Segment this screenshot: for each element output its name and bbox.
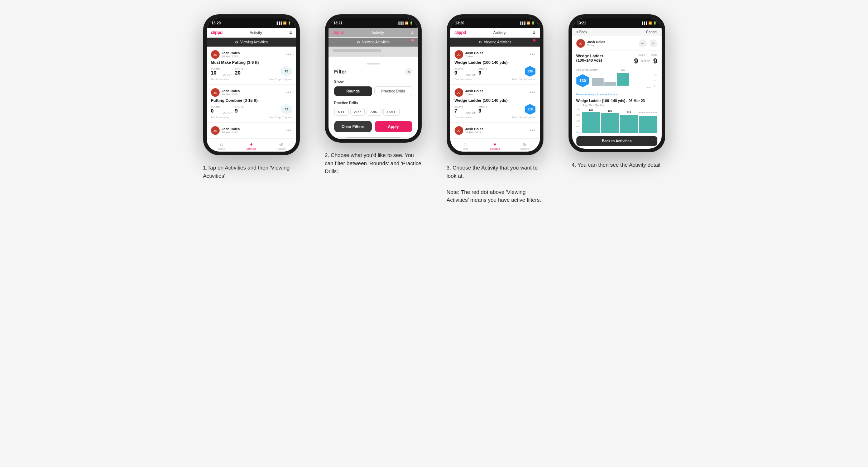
cancel-button[interactable]: Cancel [646,30,657,34]
stat-score-3-2: Score 7 [455,105,464,114]
outof-1-1: OUT OF [222,73,232,76]
activity-title-1-1: Must Make Putting (3-6 ft) [211,60,292,65]
viewing-banner-3[interactable]: ⚙ Viewing Activities [450,38,540,47]
more-dots-1-3[interactable]: ••• [286,128,292,133]
data-capture-label-1-2: Data: Clippd Capture [268,116,292,119]
back-button[interactable]: < Back [576,30,588,34]
toggle-practice-drills[interactable]: Practice Drills [374,86,412,96]
phone-frame-2: 13:21 ▐▐▐ 📶 🔋 clippd Activity ≡ ⚙ [325,14,422,143]
wifi-icon-4: 📶 [648,22,652,25]
activity-card-3-1[interactable]: JC Josh Coles Today ••• Wedge Ladder (10… [450,47,540,85]
wedge-title: Wedge Ladder (100–140 yds) [576,54,612,62]
viewing-label-1: Viewing Activities [240,40,268,44]
nav-home-1[interactable]: ⌂ Home [207,141,236,150]
avg-shot-section: Avg Shot Quality 130 130 [572,67,662,91]
detail-actions: ✏ ⤢ [639,39,657,47]
chip-ott[interactable]: OTT [334,108,349,116]
notch-2 [359,18,388,24]
filter-icon-2: ⚙ [357,40,360,44]
nav-activities-3[interactable]: ♦ Activities [480,141,510,150]
more-dots-3-3[interactable]: ••• [530,128,536,133]
card-header-3-1: JC Josh Coles Today ••• [455,50,536,59]
app-header-1: clippd Activity ≡ [207,28,296,38]
bar-1: 132 [582,112,600,134]
bar-3: 124 [620,115,638,134]
more-dots-1-2[interactable]: ••• [286,90,292,95]
apply-button[interactable]: Apply [375,121,412,132]
menu-icon-3[interactable]: ≡ [533,30,535,35]
outof-3-1: OUT OF [466,73,475,76]
avg-shot-label: Avg Shot Quality [576,68,657,71]
avatar-3-2: JC [455,88,463,97]
phone-screen-2: 13:21 ▐▐▐ 📶 🔋 clippd Activity ≡ ⚙ [329,18,418,139]
stats-row-1-1: Score 10 OUT OF Shots 20 75 [211,66,292,77]
shot-quality-badge-1-2: 45 [281,104,292,115]
activity-card-1-1[interactable]: JC Josh Coles 28 Feb 2023 ••• Must Make … [207,47,296,85]
user-name-3-2: Josh Coles [465,89,484,93]
user-date-1-2: 28 Feb 2023 [222,93,240,96]
more-dots-1-1[interactable]: ••• [286,52,292,57]
drag-handle [367,63,380,65]
test-info-label-1-2: Test Information [211,116,229,119]
nav-capture-1[interactable]: ⊕ Capture [266,141,296,150]
edit-icon[interactable]: ✏ [639,39,647,47]
user-date-4: Today [587,44,605,47]
menu-icon-1[interactable]: ≡ [289,30,292,35]
activity-card-3-2[interactable]: JC Josh Coles Today ••• Wedge Ladder (10… [450,85,540,123]
y-axis-main: 140 120 100 80 60 [576,108,580,133]
activity-title-3-2: Wedge Ladder (100-140 yds) [455,98,536,103]
detail-header: < Back Cancel [572,28,662,36]
user-info-3-2: JC Josh Coles Today [455,88,484,97]
more-dots-3-2[interactable]: ••• [530,90,536,95]
status-bar-1: 13:20 ▐▐▐ 📶 🔋 [207,18,296,28]
phone-frame-4: 13:21 ▐▐▐ 📶 🔋 < Back Cancel JC [569,14,665,152]
chip-putt[interactable]: PUTT [383,108,400,116]
status-bar-4: 13:21 ▐▐▐ 📶 🔋 [572,18,662,28]
user-name-4: Josh Coles [587,40,605,44]
page-container: 13:20 ▐▐▐ 📶 🔋 clippd Activity ≡ ⚙ [198,14,671,204]
blurred-content-2 [329,47,418,57]
menu-icon-2[interactable]: ≡ [411,30,413,35]
activity-card-1-3[interactable]: JC Josh Coles 28 Feb 2023 ••• [207,123,296,139]
score-label-1-2: Score [211,105,220,108]
nav-activities-1[interactable]: ♦ Activities [236,141,266,150]
chip-app[interactable]: APP [350,108,365,116]
more-dots-3-1[interactable]: ••• [530,52,536,57]
stat-score-3-1: Score 9 [455,67,464,76]
close-button[interactable]: ✕ [405,68,412,75]
nav-capture-3[interactable]: ⊕ Capture [510,141,539,150]
y-axis-labels: 100 50 0 [653,74,657,87]
activity-card-1-2[interactable]: JC Josh Coles 28 Feb 2023 ••• Putting Co… [207,85,296,123]
viewing-banner-1[interactable]: ⚙ Viewing Activities [207,38,296,47]
back-to-activities-button[interactable]: Back to Activities [576,136,657,146]
card-header-1-1: JC Josh Coles 28 Feb 2023 ••• [211,50,292,59]
activities-icon-1: ♦ [250,141,253,147]
viewing-label-2: Viewing Activities [362,40,390,44]
shots-label-3-2: Shots [479,105,487,108]
shots-value-1-1: 20 [235,70,244,76]
clear-filters-button[interactable]: Clear Filters [334,121,372,132]
avatar-1-3: JC [211,126,220,135]
score-section: Score Shots 9 OUT OF 9 [634,54,657,65]
wifi-icon-2: 📶 [405,22,408,25]
activity-card-3-3[interactable]: JC Josh Coles 28 Feb 2023 ••• [450,123,540,139]
filter-icon-1: ⚙ [235,40,238,44]
user-name-1-3: Josh Coles [222,127,240,131]
shot-quality-badge-1-1: 75 [281,66,292,77]
home-icon-1: ⌂ [220,141,223,147]
stat-shots-3-2: Shots 9 [479,105,487,114]
chip-arg[interactable]: ARG [366,108,382,116]
nav-home-3[interactable]: ⌂ Home [450,141,480,150]
toggle-rounds[interactable]: Rounds [334,86,372,96]
red-dot-2 [411,39,414,42]
activities-label-1: Activities [246,148,256,150]
user-info-3-1: JC Josh Coles Today [455,50,484,59]
chart-hex-badge: 130 [576,74,589,87]
score-values: 9 OUT OF 9 [634,57,657,65]
expand-icon[interactable]: ⤢ [649,39,657,47]
activities-label-3: Activities [490,148,500,150]
phone-frame-1: 13:20 ▐▐▐ 📶 🔋 clippd Activity ≡ ⚙ [203,14,300,155]
player-activity-label: Player Activity [576,93,594,96]
stats-row-3-2: Score 7 OUT OF Shots 9 118 [455,104,536,115]
outof-4: OUT OF [641,60,650,62]
